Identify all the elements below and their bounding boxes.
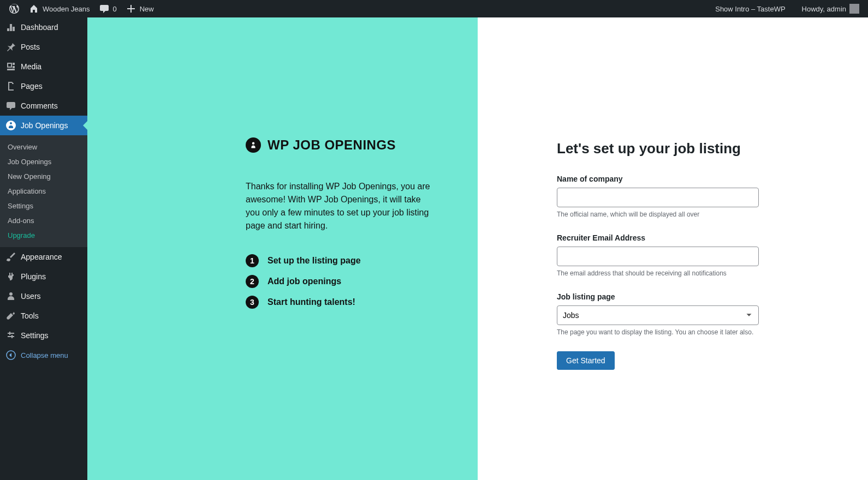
step-3: 3 Start hunting talents! bbox=[246, 296, 434, 309]
email-label: Recruiter Email Address bbox=[557, 233, 802, 242]
menu-tools[interactable]: Tools bbox=[0, 306, 87, 326]
plugin-logo: WP JOB OPENINGS bbox=[246, 137, 434, 153]
step-number: 3 bbox=[246, 296, 259, 309]
tools-icon bbox=[5, 310, 16, 321]
admin-sidebar: Dashboard Posts Media Pages Comments Job… bbox=[0, 17, 87, 480]
submenu-job-openings: Overview Job Openings New Opening Applic… bbox=[0, 135, 87, 247]
submenu-upgrade[interactable]: Upgrade bbox=[0, 228, 87, 243]
plus-icon bbox=[126, 3, 136, 14]
submenu-job-openings[interactable]: Job Openings bbox=[0, 154, 87, 169]
logo-text: WP JOB OPENINGS bbox=[267, 137, 396, 153]
menu-appearance[interactable]: Appearance bbox=[0, 247, 87, 267]
submenu-applications[interactable]: Applications bbox=[0, 184, 87, 199]
welcome-text: Thanks for installing WP Job Openings, y… bbox=[246, 180, 434, 232]
brush-icon bbox=[5, 251, 16, 262]
pin-icon bbox=[5, 41, 16, 52]
intro-panel: WP JOB OPENINGS Thanks for installing WP… bbox=[87, 17, 478, 480]
avatar bbox=[849, 4, 859, 14]
account-link[interactable]: Howdy, admin bbox=[798, 0, 864, 17]
new-link[interactable]: New bbox=[121, 0, 158, 17]
menu-plugins[interactable]: Plugins bbox=[0, 267, 87, 286]
menu-comments[interactable]: Comments bbox=[0, 96, 87, 116]
menu-dashboard[interactable]: Dashboard bbox=[0, 17, 87, 37]
submenu-add-ons[interactable]: Add-ons bbox=[0, 213, 87, 228]
step-number: 2 bbox=[246, 275, 259, 288]
menu-pages[interactable]: Pages bbox=[0, 76, 87, 96]
get-started-button[interactable]: Get Started bbox=[557, 351, 615, 370]
settings-icon bbox=[5, 330, 16, 341]
new-label: New bbox=[140, 5, 154, 13]
media-icon bbox=[5, 61, 16, 72]
step-2: 2 Add job openings bbox=[246, 275, 434, 288]
email-helper: The email address that should be receivi… bbox=[557, 269, 802, 277]
admin-bar: Wooden Jeans 0 New Show Intro – TasteWP … bbox=[0, 0, 868, 17]
home-icon bbox=[28, 3, 39, 14]
collapse-icon bbox=[5, 350, 16, 361]
menu-posts[interactable]: Posts bbox=[0, 37, 87, 57]
comment-icon bbox=[5, 100, 16, 111]
step-1: 1 Set up the listing page bbox=[246, 254, 434, 267]
comments-count: 0 bbox=[113, 5, 117, 13]
form-title: Let's set up your job listing bbox=[557, 140, 802, 157]
step-text: Start hunting talents! bbox=[267, 297, 355, 307]
field-company: Name of company The official name, which… bbox=[557, 175, 802, 218]
company-input[interactable] bbox=[557, 188, 759, 207]
menu-users[interactable]: Users bbox=[0, 286, 87, 306]
submenu-overview[interactable]: Overview bbox=[0, 140, 87, 154]
plugin-icon bbox=[5, 271, 16, 282]
step-number: 1 bbox=[246, 254, 259, 267]
menu-media[interactable]: Media bbox=[0, 57, 87, 76]
users-icon bbox=[5, 291, 16, 302]
field-job-page: Job listing page Jobs The page you want … bbox=[557, 292, 802, 336]
pages-icon bbox=[5, 81, 16, 92]
field-email: Recruiter Email Address The email addres… bbox=[557, 233, 802, 277]
job-page-helper: The page you want to display the listing… bbox=[557, 328, 802, 336]
site-name: Wooden Jeans bbox=[43, 5, 90, 13]
submenu-settings[interactable]: Settings bbox=[0, 199, 87, 213]
wordpress-icon bbox=[9, 3, 20, 14]
dashboard-icon bbox=[5, 22, 16, 33]
site-name-link[interactable]: Wooden Jeans bbox=[24, 0, 94, 17]
company-label: Name of company bbox=[557, 175, 802, 183]
menu-job-openings[interactable]: Job Openings bbox=[0, 116, 87, 135]
wp-logo[interactable] bbox=[4, 0, 24, 17]
main-content: WP JOB OPENINGS Thanks for installing WP… bbox=[87, 17, 868, 480]
job-icon bbox=[5, 120, 16, 131]
collapse-menu[interactable]: Collapse menu bbox=[0, 345, 87, 365]
step-text: Set up the listing page bbox=[267, 256, 361, 266]
email-input[interactable] bbox=[557, 247, 759, 266]
submenu-new-opening[interactable]: New Opening bbox=[0, 169, 87, 184]
company-helper: The official name, which will be display… bbox=[557, 211, 802, 218]
menu-settings[interactable]: Settings bbox=[0, 326, 87, 345]
job-page-select[interactable]: Jobs bbox=[557, 305, 759, 325]
comment-icon bbox=[99, 3, 110, 14]
form-panel: Let's set up your job listing Name of co… bbox=[478, 17, 868, 480]
step-text: Add job openings bbox=[267, 277, 341, 286]
logo-icon bbox=[246, 137, 261, 153]
job-page-label: Job listing page bbox=[557, 292, 802, 301]
show-intro-link[interactable]: Show Intro – TasteWP bbox=[711, 0, 789, 17]
comments-link[interactable]: 0 bbox=[94, 0, 121, 17]
